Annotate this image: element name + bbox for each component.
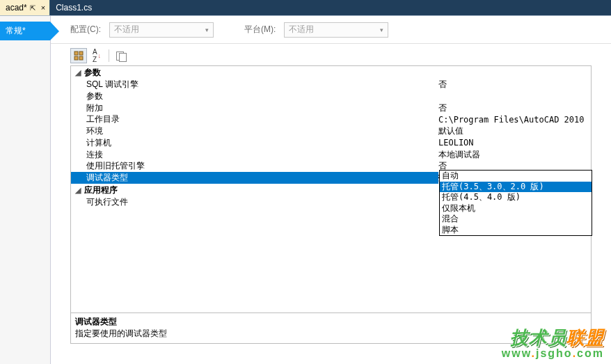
tab-label: Class1.cs: [56, 3, 92, 13]
config-dropdown[interactable]: 不适用 ▾: [109, 22, 214, 38]
collapse-icon[interactable]: ◢: [74, 69, 81, 77]
row-connect[interactable]: 连接本地调试器: [71, 149, 591, 161]
tab-acad[interactable]: acad* ⇱ ×: [0, 0, 49, 15]
combo-option[interactable]: 脚本: [440, 225, 592, 236]
sort-button[interactable]: AZ↓: [88, 48, 105, 63]
side-tab-general[interactable]: 常规*: [0, 22, 50, 40]
property-grid: ◢ 参数 SQL 调试引擎否 参数 附加否 工作目录C:\Program Fil…: [70, 65, 592, 313]
tab-class1[interactable]: Class1.cs: [50, 0, 96, 15]
svg-rect-0: [74, 52, 78, 55]
row-computer[interactable]: 计算机LEOLION: [71, 137, 591, 149]
chevron-down-icon: ▾: [380, 26, 383, 33]
toolbar-separator: [109, 49, 109, 62]
pin-icon[interactable]: ⇱: [30, 4, 35, 12]
combo-option[interactable]: 托管(4.5、4.0 版): [440, 192, 592, 203]
debugger-type-popup: 自动托管(3.5、3.0、2.0 版)托管(4.5、4.0 版)仅限本机混合脚本: [439, 170, 592, 236]
config-value: 不适用: [114, 24, 139, 35]
chevron-down-icon: ▾: [205, 26, 209, 33]
platform-value: 不适用: [289, 24, 314, 35]
config-label: 配置(C):: [70, 24, 101, 35]
categorize-icon: [74, 51, 84, 61]
svg-rect-1: [79, 52, 83, 55]
collapse-icon[interactable]: ◢: [74, 187, 81, 194]
sort-az-icon: AZ↓: [93, 48, 101, 63]
row-sql-engine[interactable]: SQL 调试引擎否: [71, 79, 591, 90]
platform-label: 平台(M):: [244, 24, 276, 35]
combo-option[interactable]: 自动: [440, 171, 592, 182]
row-attach[interactable]: 附加否: [71, 102, 591, 114]
file-tabs-bar: acad* ⇱ × Class1.cs: [0, 0, 611, 15]
config-bar: 配置(C): 不适用 ▾ 平台(M): 不适用 ▾: [51, 16, 611, 44]
combo-option[interactable]: 仅限本机: [440, 203, 592, 214]
row-env[interactable]: 环境默认值: [71, 125, 591, 137]
combo-option[interactable]: 混合: [440, 214, 592, 225]
watermark: 技术员联盟 www.jsgho.com: [502, 328, 604, 360]
pages-icon: [116, 52, 126, 60]
group-parameters[interactable]: ◢ 参数: [71, 66, 591, 79]
row-workdir[interactable]: 工作目录C:\Program Files\AutoCAD 2010: [71, 113, 591, 125]
tab-label: acad*: [6, 3, 27, 13]
group-title: 参数: [84, 67, 101, 79]
side-tab-label: 常规*: [6, 25, 26, 37]
property-toolbar: AZ↓: [51, 44, 611, 63]
svg-rect-3: [79, 56, 83, 60]
sidebar: 常规*: [0, 16, 51, 364]
group-title: 应用程序: [84, 184, 118, 196]
row-params[interactable]: 参数: [71, 90, 591, 102]
combo-option[interactable]: 托管(3.5、3.0、2.0 版): [440, 182, 592, 193]
main-panel: 配置(C): 不适用 ▾ 平台(M): 不适用 ▾ AZ↓: [51, 16, 611, 364]
property-pages-button[interactable]: [113, 48, 129, 63]
close-icon[interactable]: ×: [41, 3, 45, 12]
categorize-button[interactable]: [70, 48, 87, 63]
platform-dropdown[interactable]: 不适用 ▾: [284, 22, 388, 38]
description-title: 调试器类型: [75, 316, 587, 328]
svg-rect-2: [74, 56, 78, 60]
